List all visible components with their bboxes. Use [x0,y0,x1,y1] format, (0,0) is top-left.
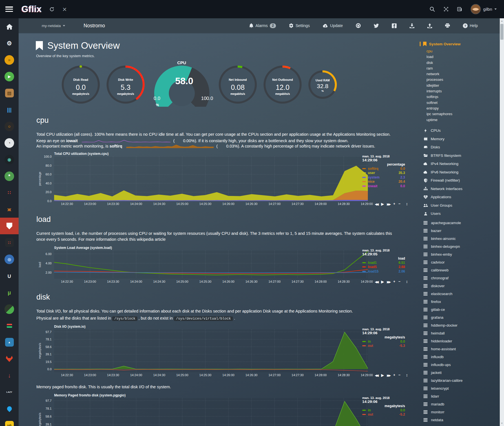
chart-zoom-out-button[interactable]: − [398,373,400,377]
nav-container-grafana[interactable]: grafana [423,313,500,321]
chart-resize-handle[interactable]: ↕ [406,202,408,206]
legend-item-iowait[interactable]: iowait0.0 [362,184,405,188]
nav-container-netdata[interactable]: netdata [423,416,500,424]
nav-item-softirqs[interactable]: softirqs [426,94,500,100]
alarms-button[interactable]: Alarms 2 [243,23,282,28]
nav-container-bazarr[interactable]: bazarr [423,227,500,235]
legend-item-load5[interactable]: load52.68 [362,265,405,269]
nav-container-jackett[interactable]: jackett [423,369,500,376]
nav-container-binhex-delugevpn[interactable]: binhex-delugevpn [423,242,500,250]
legend-item-in[interactable]: in0.0 [362,408,405,412]
scroll-up-arrow[interactable]: ▲ [500,20,504,22]
chart-zoom-out-button[interactable]: − [398,280,400,284]
chart-zoom-out-button[interactable]: − [398,202,400,206]
nav-item-network[interactable]: network [426,71,500,77]
nav-container-letsencrypt[interactable]: letsencrypt [423,384,500,392]
chart-skip-fwd-button[interactable]: ▶▶ [387,202,390,206]
bug-icon[interactable]: ж [0,201,19,218]
gauge-net-outbound[interactable]: Net Outbound12.0megabits/s [264,66,302,104]
update-button[interactable]: Update [316,23,349,28]
nav-item-disk[interactable]: disk [426,60,500,66]
disk-chart-canvas[interactable] [54,329,368,372]
news-icon[interactable] [457,7,462,12]
chart-play-button[interactable]: ▶ [381,280,384,284]
chart-skip-fwd-button[interactable]: ▶▶ [387,280,390,284]
user-menu[interactable]: gilbn [470,4,497,14]
iowait-sparkline[interactable] [82,139,171,143]
jackett-icon[interactable]: ○ [0,118,19,135]
nav-item-interrupts[interactable]: interrupts [426,88,500,94]
gitlab-icon[interactable] [0,351,19,367]
nav-container-home-assistant[interactable]: home-assistant [423,345,500,353]
pgpgio-chart-canvas[interactable] [54,398,368,426]
settings-button[interactable]: Settings [282,23,316,28]
legend-item-load1[interactable]: load16.51 [362,260,405,265]
lidarr-icon[interactable]: ◉ [0,151,19,168]
close-tab-icon[interactable]: × [62,6,67,13]
gauge-net-inbound[interactable]: Net Inbound0.08megabits/s [219,66,257,104]
chart-zoom-in-button[interactable]: + [393,373,395,377]
lazylibrarian-icon[interactable]: LAZY [0,384,19,400]
influxdb-icon[interactable] [0,400,19,417]
nav-section-memory[interactable]: Memory [423,135,500,143]
unraid-icon[interactable]: ∪ [0,267,19,284]
nav-section-disks[interactable]: Disks [423,143,500,151]
help-button[interactable]: ? Help [456,23,484,28]
stats-tile-icon[interactable] [0,317,19,334]
nav-item-ram[interactable]: ram [426,66,500,71]
download-icon[interactable] [403,23,421,28]
dots-tile-icon[interactable]: ∷ [0,234,19,251]
legend-item-load15[interactable]: load152.06 [362,269,405,274]
menu-hamburger-icon[interactable] [5,6,13,12]
fullscreen-icon[interactable] [443,6,449,12]
legend-item-system[interactable]: system2.3 [362,175,405,180]
chart-resize-handle[interactable]: ↕ [406,279,408,284]
emby-icon[interactable]: ▶ [0,68,19,85]
ombi-icon[interactable]: ◔ [0,135,19,151]
nav-item-softnet[interactable]: softnet [426,100,500,106]
legend-item-nice[interactable]: nice20.4 [362,180,405,184]
jail-icon[interactable]: ▤ [0,85,19,101]
scrollbar[interactable]: ▲ ▼ [500,18,504,426]
legend-item-out[interactable]: out-5.3 [362,344,405,348]
nav-container-calibreweb[interactable]: calibreweb [423,266,500,274]
nav-container-mariadb[interactable]: mariadb [423,400,500,408]
twitter-icon[interactable] [367,24,385,28]
nav-container-influxdb[interactable]: influxdb [423,353,500,361]
get-arrow-icon[interactable]: ↓ [0,367,19,384]
cpu-chart-canvas[interactable] [54,157,368,201]
upload-icon[interactable] [421,23,439,28]
scroll-down-arrow[interactable]: ▼ [500,422,504,425]
nav-container-hddtemp-docker[interactable]: hddtemp-docker [423,321,500,329]
nav-container-lidarr[interactable]: lidarr [423,392,500,400]
tautulli-icon[interactable]: * [0,168,19,184]
nav-container-hiddenloader[interactable]: hiddenloader [423,337,500,345]
chart-skip-back-button[interactable]: ◀◀ [375,373,378,377]
nav-section-cpus[interactable]: CPUs [423,126,500,135]
gauge-disk-write[interactable]: Disk Write5.3megabytes/s [107,66,145,104]
nav-item-idlejitter[interactable]: idlejitter [426,83,500,88]
legend-item-softirq[interactable]: softirq0.0 [362,166,405,171]
nav-item-uptime[interactable]: uptime [426,117,500,123]
chart-zoom-in-button[interactable]: + [393,280,395,284]
nav-container-cadvisor[interactable]: cadvisor [423,258,500,266]
nav-container-firefox[interactable]: firefox [423,298,500,305]
nav-item-ipc-semaphores[interactable]: ipc semaphores [426,111,500,117]
sabnzbd-icon[interactable]: sab [0,417,19,426]
nav-section-ipv4-networking[interactable]: IPv4 Networking [423,160,500,168]
chart-skip-back-button[interactable]: ◀◀ [375,202,378,206]
nav-container-chronograf[interactable]: chronograf [423,274,500,282]
legend-item-user[interactable]: user35.3 [362,171,405,175]
load-chart-canvas[interactable] [54,251,368,279]
shield-active-icon[interactable] [0,218,19,234]
github-icon[interactable] [349,23,367,28]
facebook-icon[interactable] [385,23,403,28]
cpu-gauge[interactable]: CPU 58.0 0.0 100.0 % [151,60,212,109]
nav-container-apacheguacamole[interactable]: apacheguacamole [423,219,500,227]
nav-item-processes[interactable]: processes [426,77,500,82]
chart-resize-handle[interactable]: ↕ [406,373,408,377]
nav-container-heimdall[interactable]: heimdall [423,329,500,337]
nav-section-network-interfaces[interactable]: Network Interfaces [423,184,500,193]
utorrent-icon[interactable]: µ [0,284,19,301]
nav-container-gitlab-ce[interactable]: gitlab-ce [423,305,500,313]
